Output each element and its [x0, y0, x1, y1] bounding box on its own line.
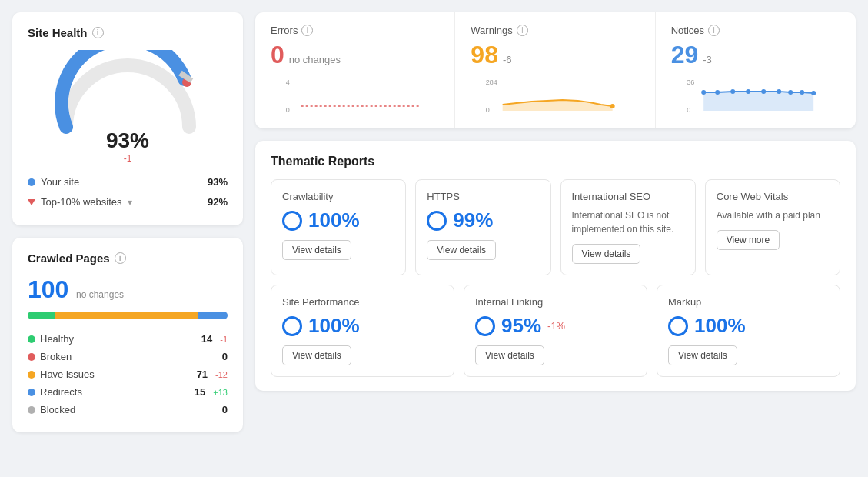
svg-point-12	[730, 89, 735, 94]
crawlability-pct-row: 100%	[282, 208, 394, 232]
thematic-row1: Crawlability 100% View details HTTPS 99%…	[271, 179, 840, 275]
svg-point-11	[715, 90, 720, 95]
issues-label: Have issues	[40, 369, 185, 380]
markup-circle	[668, 316, 688, 336]
core-web-vitals-view-btn[interactable]: View more	[717, 230, 780, 250]
gauge-percentage: 93%	[106, 128, 149, 153]
markup-view-btn[interactable]: View details	[668, 345, 737, 365]
svg-text:0: 0	[286, 106, 290, 114]
intl-seo-view-btn[interactable]: View details	[572, 244, 641, 264]
intl-seo-desc: International SEO is not implemented on …	[572, 208, 684, 236]
top10-label: Top-10% websites	[41, 196, 122, 208]
internal-linking-view-btn[interactable]: View details	[475, 345, 544, 365]
report-site-performance: Site Performance 100% View details	[271, 285, 454, 377]
internal-linking-delta: -1%	[547, 320, 565, 332]
svg-point-17	[800, 90, 804, 95]
stat-blocked: Blocked 0	[28, 401, 228, 419]
crawlability-view-btn[interactable]: View details	[282, 240, 351, 260]
core-web-vitals-desc: Available with a paid plan	[717, 208, 829, 222]
crawled-pages-title: Crawled Pages i	[28, 252, 228, 265]
warnings-chart: 284 0	[471, 75, 639, 114]
progress-bar	[28, 312, 228, 319]
warnings-value: 98	[471, 41, 498, 69]
markup-name: Markup	[668, 296, 829, 308]
https-name: HTTPS	[427, 191, 539, 202]
svg-point-18	[811, 91, 816, 95]
broken-val: 0	[209, 351, 228, 362]
healthy-label: Healthy	[40, 333, 189, 345]
yoursite-value: 93%	[208, 176, 228, 188]
warnings-value-row: 98 -6	[471, 41, 639, 69]
top10-expand-icon[interactable]: ▾	[128, 197, 132, 208]
site-performance-circle	[282, 316, 302, 336]
crawled-count-row: 100 no changes	[28, 275, 228, 304]
core-web-vitals-name: Core Web Vitals	[717, 191, 829, 202]
https-view-btn[interactable]: View details	[427, 240, 496, 260]
crawled-no-changes: no changes	[76, 289, 124, 300]
top10-icon	[28, 199, 35, 205]
intl-seo-name: International SEO	[572, 191, 684, 202]
svg-marker-5	[503, 100, 613, 111]
yoursite-dot	[28, 178, 35, 186]
notices-metric: Notices i 29 -3 36 0	[656, 12, 856, 128]
notices-delta: -3	[703, 54, 712, 65]
redirects-delta: +13	[213, 388, 228, 397]
errors-text: Errors	[271, 25, 298, 36]
crawled-pages-label: Crawled Pages	[28, 252, 110, 265]
svg-text:284: 284	[486, 78, 497, 86]
issues-val: 71	[189, 369, 208, 380]
errors-metric: Errors i 0 no changes 4 0	[255, 12, 455, 128]
report-core-web-vitals: Core Web Vitals Available with a paid pl…	[705, 179, 840, 275]
svg-point-6	[610, 104, 615, 108]
errors-delta: no changes	[289, 54, 341, 65]
site-health-info-icon[interactable]: i	[92, 27, 104, 38]
blocked-label: Blocked	[40, 404, 205, 415]
crawlability-name: Crawlability	[282, 191, 394, 202]
markup-pct-row: 100%	[668, 314, 829, 338]
redirects-val: 15	[187, 386, 205, 398]
issues-delta: -12	[215, 370, 228, 379]
svg-text:36: 36	[687, 78, 694, 86]
gauge-delta: -1	[124, 153, 132, 164]
notices-info-icon[interactable]: i	[708, 25, 720, 36]
site-health-label: Site Health	[28, 26, 88, 39]
site-legend-top10: Top-10% websites ▾ 92%	[28, 192, 228, 212]
internal-linking-pct-row: 95% -1%	[475, 314, 636, 338]
errors-value: 0	[271, 41, 284, 69]
metrics-row: Errors i 0 no changes 4 0 Warnings i	[255, 12, 856, 128]
stat-broken: Broken 0	[28, 348, 228, 365]
notices-value-row: 29 -3	[671, 41, 840, 69]
crawled-count: 100	[28, 275, 68, 304]
site-performance-name: Site Performance	[282, 296, 443, 308]
crawlability-pct: 100%	[308, 208, 360, 232]
crawlability-circle	[282, 211, 302, 231]
broken-label: Broken	[40, 351, 205, 362]
svg-text:0: 0	[687, 106, 690, 114]
markup-pct: 100%	[694, 314, 746, 338]
warnings-info-icon[interactable]: i	[517, 25, 528, 36]
thematic-reports-card: Thematic Reports Crawlability 100% View …	[255, 141, 856, 391]
stat-redirects: Redirects 15 +13	[28, 383, 228, 401]
stat-have-issues: Have issues 71 -12	[28, 365, 228, 383]
broken-dot	[28, 353, 35, 361]
errors-info-icon[interactable]: i	[301, 25, 313, 36]
https-pct: 99%	[453, 208, 493, 232]
site-performance-view-btn[interactable]: View details	[282, 345, 351, 365]
thematic-row2: Site Performance 100% View details Inter…	[271, 285, 840, 377]
svg-point-16	[788, 90, 793, 95]
healthy-delta: -1	[220, 335, 228, 344]
redirects-label: Redirects	[40, 386, 182, 398]
warnings-metric: Warnings i 98 -6 284 0	[455, 12, 655, 128]
pb-healthy	[28, 312, 55, 319]
svg-point-15	[777, 89, 781, 94]
site-performance-pct: 100%	[308, 314, 360, 338]
svg-marker-9	[703, 92, 813, 111]
notices-value: 29	[671, 41, 699, 69]
pb-redirects	[198, 312, 228, 319]
gauge-container: 93% -1	[28, 50, 228, 164]
https-pct-row: 99%	[427, 208, 539, 232]
blocked-dot	[28, 406, 35, 414]
crawled-pages-info-icon[interactable]: i	[115, 252, 126, 264]
site-performance-pct-row: 100%	[282, 314, 443, 338]
report-intl-seo: International SEO International SEO is n…	[560, 179, 696, 275]
